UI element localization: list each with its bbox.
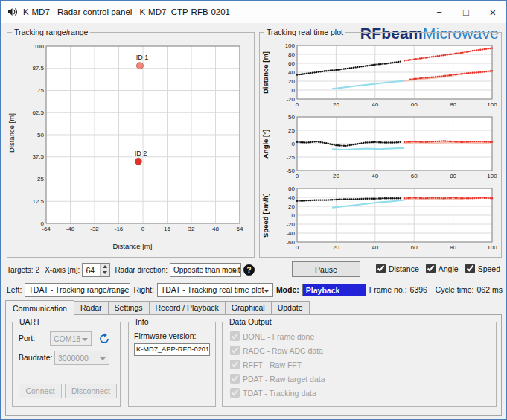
tab-radar[interactable]: Radar <box>74 301 109 315</box>
svg-text:20: 20 <box>333 173 339 179</box>
distance-checkbox[interactable] <box>376 264 386 273</box>
svg-text:40: 40 <box>288 69 295 76</box>
svg-text:80: 80 <box>450 101 456 108</box>
svg-text:-20: -20 <box>286 96 295 103</box>
angle-toggle: Angle <box>426 264 459 273</box>
main-area: RFbeamMicrowave Tracking range/range Dis… <box>1 23 506 419</box>
targets-value: 2 <box>36 266 40 274</box>
svg-text:100: 100 <box>487 244 497 251</box>
angle-plot: 02040608010050250-25-50 <box>275 113 498 182</box>
app-icon <box>7 6 19 18</box>
realtime-plot-group: Tracking real time plot Distance [m] 020… <box>259 32 502 258</box>
app-window: K-MD7 - Radar control panel - K-MD7_CTP-… <box>0 0 507 420</box>
baudrate-value: 3000000 <box>58 354 89 363</box>
pdat-label: PDAT - Raw target data <box>243 375 325 384</box>
tracking-range-plot: -64-48-32-1601632486410087.57562.55037.5… <box>18 40 247 240</box>
svg-text:50: 50 <box>288 114 295 121</box>
distance-plot: 020406080100100806040200-20 <box>275 42 498 110</box>
right-view-combo[interactable]: TDAT - Tracking real time plot <box>157 283 273 297</box>
chevron-down-icon <box>121 290 127 293</box>
x-axis-spinner-value[interactable]: 64 <box>83 264 100 276</box>
left-view-value: TDAT - Tracking range/range <box>28 285 129 294</box>
pause-button[interactable]: Pause <box>292 261 360 277</box>
tab-communication[interactable]: Communication <box>5 300 74 316</box>
distance-axis-label: Distance [m] <box>261 45 270 100</box>
speed-plot: 0204060801006040200-20-40-60 <box>275 185 498 253</box>
baudrate-combo: 3000000 <box>54 351 109 365</box>
angle-checkbox[interactable] <box>426 264 436 273</box>
tab-bar: Communication Radar Settings Record / Pl… <box>5 300 309 315</box>
maximize-button[interactable]: □ <box>453 1 479 23</box>
group-title: Data Output <box>227 317 274 326</box>
svg-text:60: 60 <box>411 173 418 179</box>
rfft-label: RFFT - Raw FFT <box>243 360 302 369</box>
y-axis-label: Distance [m] <box>7 100 16 167</box>
left-view-combo[interactable]: TDAT - Tracking range/range <box>25 283 130 297</box>
done-checkbox <box>230 331 240 341</box>
tdat-checkbox <box>230 388 240 398</box>
radc-checkbox <box>230 346 240 355</box>
info-group: Info Firmware version: K-MD7_APP-RFB-020… <box>128 322 216 407</box>
realtime-controls: Pause Distance Angle Speed <box>259 261 502 278</box>
chevron-down-icon <box>82 338 88 341</box>
spinner-up-button[interactable] <box>101 264 109 270</box>
svg-text:32: 32 <box>188 226 195 232</box>
svg-text:16: 16 <box>164 226 170 232</box>
svg-text:ID 1: ID 1 <box>136 54 149 61</box>
svg-text:75: 75 <box>37 87 44 94</box>
spinner-down-button[interactable] <box>101 270 109 276</box>
angle-axis-label: Angle [°] <box>261 116 270 171</box>
x-axis-spinner[interactable]: 64 <box>82 263 110 277</box>
minimize-button[interactable]: − <box>426 1 453 23</box>
firmware-version-field[interactable]: K-MD7_APP-RFB-0201 <box>134 343 210 356</box>
svg-text:-16: -16 <box>115 226 124 232</box>
mode-value[interactable]: Playback <box>302 284 366 296</box>
svg-text:0: 0 <box>296 173 299 179</box>
tab-update[interactable]: Update <box>271 301 310 315</box>
speed-toggle: Speed <box>465 264 500 273</box>
pdat-checkbox <box>230 374 240 384</box>
svg-text:0: 0 <box>41 220 45 227</box>
svg-text:ID 2: ID 2 <box>135 150 147 157</box>
tracking-range-group: Tracking range/range Distance [m] -64-48… <box>7 32 255 258</box>
svg-text:100: 100 <box>34 43 45 50</box>
svg-text:60: 60 <box>288 60 295 67</box>
svg-text:100: 100 <box>285 42 296 49</box>
svg-text:20: 20 <box>333 101 339 108</box>
svg-text:50: 50 <box>37 132 44 139</box>
firmware-version-label: Firmware version: <box>134 331 196 340</box>
tab-graphical[interactable]: Graphical <box>225 301 272 315</box>
svg-text:20: 20 <box>288 78 295 85</box>
title-bar: K-MD7 - Radar control panel - K-MD7_CTP-… <box>1 1 506 23</box>
data-output-item: DONE - Frame done <box>230 331 314 341</box>
close-button[interactable]: × <box>479 1 506 23</box>
help-button[interactable]: ? <box>243 264 255 276</box>
tab-settings[interactable]: Settings <box>108 301 150 315</box>
data-output-group: Data Output DONE - Frame done RADC - Raw… <box>222 322 497 407</box>
svg-text:40: 40 <box>372 244 378 251</box>
distance-toggle: Distance <box>376 264 419 273</box>
svg-text:20: 20 <box>288 203 295 210</box>
port-label: Port: <box>19 334 35 343</box>
done-label: DONE - Frame done <box>243 332 314 341</box>
left-view-label: Left: <box>7 285 22 294</box>
radar-direction-combo[interactable]: Opposite than monito <box>170 263 241 277</box>
svg-text:-32: -32 <box>90 226 99 232</box>
svg-text:0: 0 <box>141 226 145 232</box>
svg-text:-20: -20 <box>286 221 295 228</box>
distance-toggle-label: Distance <box>389 264 419 273</box>
speed-checkbox[interactable] <box>465 264 475 273</box>
mode-label: Mode: <box>276 285 299 294</box>
svg-text:25: 25 <box>37 176 44 182</box>
series-toggles: Distance Angle Speed <box>376 264 500 273</box>
data-output-item: PDAT - Raw target data <box>230 374 325 384</box>
view-mode-row: Left: TDAT - Tracking range/range Right:… <box>7 282 503 297</box>
svg-text:80: 80 <box>450 173 456 179</box>
svg-text:100: 100 <box>487 173 497 179</box>
group-title: Info <box>133 317 151 326</box>
svg-text:20: 20 <box>333 244 339 251</box>
chevron-down-icon <box>264 290 270 293</box>
refresh-ports-button[interactable] <box>96 331 112 346</box>
chevron-down-icon <box>100 357 106 360</box>
tab-record-playback[interactable]: Record / Playback <box>149 301 226 315</box>
